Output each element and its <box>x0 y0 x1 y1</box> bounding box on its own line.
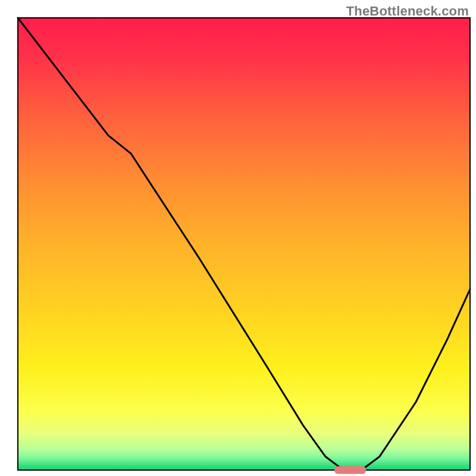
optimal-marker <box>334 466 366 474</box>
bottleneck-chart: TheBottleneck.com <box>0 0 476 476</box>
plot-background <box>18 18 470 470</box>
chart-svg <box>0 0 476 476</box>
